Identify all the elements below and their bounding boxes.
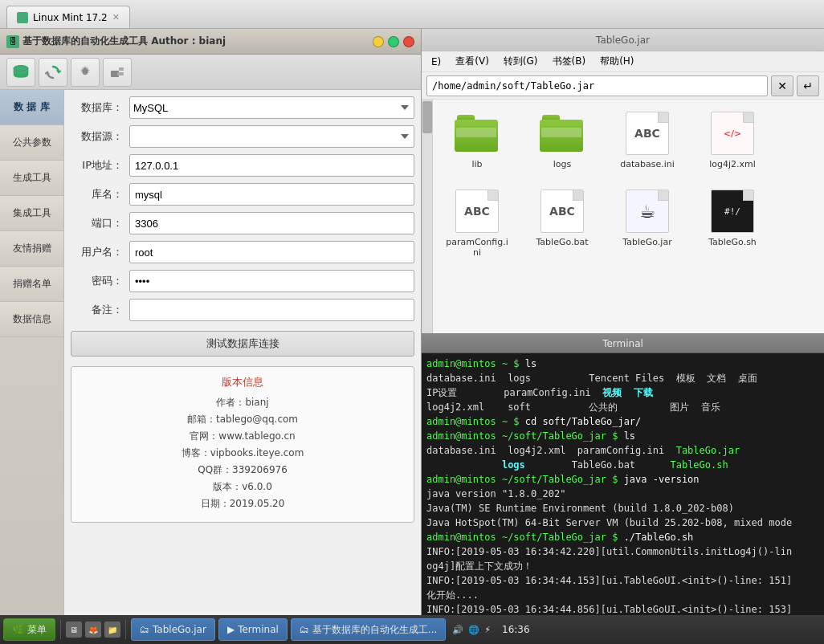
fm-item-database-ini[interactable]: ABC database.ini	[611, 108, 683, 173]
toolbar-plugin-btn[interactable]	[103, 58, 132, 87]
tray-icon-network[interactable]: 🌐	[468, 625, 479, 635]
t-line-12: Java HotSpot(TM) 64-Bit Server VM (build…	[426, 516, 819, 530]
taskbar-icon-1[interactable]: 🖥	[66, 622, 82, 638]
sidebar-item-donorlist[interactable]: 捐赠名单	[0, 267, 63, 302]
fm-menu-help[interactable]: 帮助(H)	[594, 53, 640, 70]
t-line-13: admin@mintos ~/soft/TableGo_jar $ ./Tabl…	[426, 530, 819, 544]
fm-scrollbar[interactable]	[422, 100, 433, 333]
file-icon-tablego-bat: ABC	[540, 189, 585, 234]
tab-bar: Linux Mint 17.2 ✕	[6, 0, 130, 28]
fm-item-tablego-sh[interactable]: #!/ TableGo.sh	[696, 185, 769, 261]
sidebar-item-generate[interactable]: 生成工具	[0, 161, 63, 196]
schema-label: 库名：	[71, 187, 123, 202]
taskbar-app-label: 基于数据库的自动化生成工...	[312, 623, 437, 637]
fm-address-input[interactable]	[426, 75, 768, 96]
app-icon: 🗄	[6, 35, 19, 48]
fm-body: lib logs	[422, 100, 824, 333]
t-line-6: admin@mintos ~/soft/TableGo_jar $ ls	[426, 429, 819, 443]
sidebar-item-params[interactable]: 公共参数	[0, 125, 63, 161]
ip-input[interactable]	[129, 154, 414, 177]
t-line-10: java version "1.8.0_202"	[426, 487, 819, 501]
t-line-14: INFO:[2019-05-03 16:34:42.220][util.Comm…	[426, 544, 819, 559]
tray-icon-sound[interactable]: 🔊	[452, 625, 463, 635]
user-input[interactable]	[129, 241, 414, 263]
db-label: 数据库：	[71, 100, 123, 115]
taskbar-terminal-icon: ▶	[227, 624, 235, 635]
app-panel: 🗄 基于数据库的自动化生成工具 Author : bianj	[0, 29, 422, 615]
fm-menu-goto[interactable]: 转到(G)	[497, 53, 545, 70]
remark-input[interactable]	[129, 299, 414, 321]
db-select[interactable]: MySQL Oracle PostgreSQL SQLite	[129, 96, 414, 119]
minimize-btn[interactable]	[373, 36, 384, 47]
t-line-11: Java(TM) SE Runtime Environment (build 1…	[426, 501, 819, 516]
fm-go-btn[interactable]: ↵	[797, 75, 819, 96]
file-icon-tablego-jar: ☕	[625, 189, 670, 234]
datasource-select[interactable]	[129, 125, 414, 148]
info-blog: 博客：vipbooks.iteye.com	[88, 446, 398, 460]
fm-clear-btn[interactable]: ✕	[771, 75, 793, 96]
info-date: 日期：2019.05.20	[88, 497, 398, 511]
app-titlebar: 🗄 基于数据库的自动化生成工具 Author : bianj	[0, 29, 421, 55]
t-line-17: 化开始....	[426, 588, 819, 602]
fm-item-lib[interactable]: lib	[441, 108, 513, 173]
browser-titlebar: Linux Mint 17.2 ✕	[0, 0, 824, 29]
fm-item-paramconfig[interactable]: ABC paramConfig.ini	[441, 185, 513, 261]
port-row: 端口：	[71, 212, 414, 234]
taskbar-app-icon: 🗂	[300, 624, 309, 635]
sidebar-item-integrate[interactable]: 集成工具	[0, 196, 63, 231]
taskbar-terminal-label: Terminal	[238, 624, 279, 635]
terminal-content[interactable]: admin@mintos ~ $ ls database.ini logs Te…	[422, 353, 824, 615]
app-title: 基于数据库的自动化生成工具 Author : bianj	[22, 35, 226, 48]
taskbar-app[interactable]: 🗂 基于数据库的自动化生成工...	[291, 618, 446, 641]
schema-input[interactable]	[129, 183, 414, 206]
info-title: 版本信息	[88, 375, 398, 389]
db-row: 数据库： MySQL Oracle PostgreSQL SQLite	[71, 96, 414, 119]
fm-item-logs-label: logs	[553, 159, 572, 169]
window-controls	[373, 36, 414, 47]
tab-close-btn[interactable]: ✕	[112, 12, 120, 22]
sidebar-item-datainfo[interactable]: 数据信息	[0, 302, 63, 337]
folder-icon-logs	[540, 111, 585, 156]
fm-menu-view[interactable]: 查看(V)	[449, 53, 496, 70]
file-icon-paramconfig: ABC	[455, 189, 500, 234]
fm-item-paramconfig-label: paramConfig.ini	[444, 237, 510, 258]
fm-item-logs[interactable]: logs	[526, 108, 598, 173]
fm-item-tablego-jar-label: TableGo.jar	[622, 237, 671, 247]
toolbar-refresh-btn[interactable]	[39, 58, 67, 87]
taskbar-icon-2[interactable]: 🦊	[85, 622, 101, 638]
taskbar-icon-3[interactable]: 📁	[104, 622, 120, 638]
taskbar-terminal[interactable]: ▶ Terminal	[218, 618, 288, 641]
fm-item-log4j2[interactable]: </> log4j2.xml	[696, 108, 769, 173]
file-icon-log4j2: </>	[710, 111, 755, 156]
fm-title: TableGo.jar	[596, 35, 650, 46]
fm-content: lib logs	[433, 100, 824, 333]
password-row: 密码：	[71, 270, 414, 292]
sidebar: 数 据 库 公共参数 生成工具 集成工具 友情捐赠 捐赠名单 数据信息	[0, 90, 64, 615]
t-line-16: INFO:[2019-05-03 16:34:44.153][ui.TableG…	[426, 573, 819, 588]
maximize-btn[interactable]	[388, 36, 399, 47]
sidebar-item-database[interactable]: 数 据 库	[0, 90, 63, 125]
taskbar-tray: 🔊 🌐 ⚡ 16:36	[449, 624, 539, 635]
fm-menubar: E) 查看(V) 转到(G) 书签(B) 帮助(H)	[422, 51, 824, 72]
start-button[interactable]: 🌿 菜单	[3, 618, 55, 641]
close-btn[interactable]	[403, 36, 414, 47]
fm-item-tablego-jar[interactable]: ☕ TableGo.jar	[611, 185, 683, 261]
test-conn-btn[interactable]: 测试数据库连接	[71, 331, 414, 357]
fm-menu-e[interactable]: E)	[425, 55, 447, 69]
port-input[interactable]	[129, 212, 414, 234]
sidebar-item-donate[interactable]: 友情捐赠	[0, 231, 63, 267]
info-author: 作者：bianj	[88, 396, 398, 410]
t-line-1: admin@mintos ~ $ ls	[426, 357, 819, 371]
password-input[interactable]	[129, 270, 414, 292]
browser-tab[interactable]: Linux Mint 17.2 ✕	[6, 6, 130, 28]
fm-item-tablego-bat[interactable]: ABC TableGo.bat	[526, 185, 598, 261]
toolbar-db-btn[interactable]	[6, 58, 35, 87]
file-manager: TableGo.jar E) 查看(V) 转到(G) 书签(B) 帮助(H) ✕…	[422, 29, 824, 334]
start-icon: 🌿	[12, 624, 24, 635]
fm-menu-bookmarks[interactable]: 书签(B)	[546, 53, 593, 70]
toolbar-settings-btn[interactable]	[71, 58, 100, 87]
taskbar-tablego-jar[interactable]: 🗂 TableGo.jar	[131, 618, 215, 641]
fm-item-lib-label: lib	[471, 159, 482, 169]
tray-icon-power[interactable]: ⚡	[484, 625, 491, 635]
taskbar-tablego-jar-icon: 🗂	[140, 624, 149, 635]
